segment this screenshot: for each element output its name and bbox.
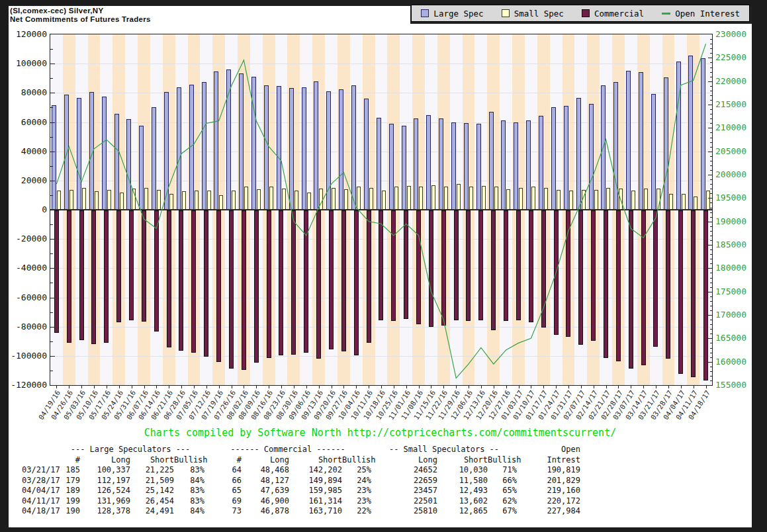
square-swatch-icon — [582, 9, 590, 17]
legend-item-small-spec: Small Spec — [502, 9, 564, 19]
x-axis-tick — [494, 386, 494, 388]
x-axis-tick — [381, 386, 382, 388]
x-axis-tick — [281, 386, 282, 388]
x-axis-tick — [556, 386, 557, 388]
table-cell: 201,829 — [517, 476, 580, 486]
y-axis-label-left: -80000 — [9, 322, 47, 331]
square-swatch-icon — [421, 9, 429, 17]
x-axis-tick — [606, 386, 607, 388]
table-column-header: Bullish — [174, 455, 204, 466]
table-group-header: Open — [517, 445, 580, 455]
table-cell: 12,865 — [437, 506, 488, 517]
table-cell: 219,160 — [517, 486, 580, 496]
x-axis-tick — [543, 386, 544, 388]
table-cell: 48,468 — [242, 465, 289, 476]
x-axis-tick — [668, 386, 669, 388]
x-axis-tick — [194, 386, 195, 388]
y-axis-label-right: 185000 — [715, 240, 762, 249]
table-cell: 64 — [204, 465, 242, 476]
table-cell: 22659 — [371, 476, 437, 486]
table-column-header: Bullish — [342, 455, 371, 466]
table-cell: 149,894 — [289, 476, 342, 486]
table-cell: 220,172 — [517, 496, 580, 507]
x-axis-tick — [107, 386, 107, 388]
y-axis-label-right: 205000 — [715, 147, 762, 155]
table-cell: 128,378 — [80, 506, 130, 517]
legend-item-open-interest: Open Interest — [662, 9, 740, 19]
table-cell: 62% — [488, 496, 517, 507]
table-cell: 24,491 — [130, 506, 174, 517]
table-cell: 227,984 — [517, 506, 580, 517]
table-column-header: Long — [242, 455, 289, 466]
table-cell: 67% — [488, 506, 517, 517]
table-cell: 13,602 — [437, 496, 488, 507]
y-axis-label-left: -20000 — [9, 234, 47, 243]
y-axis-label-left: -40000 — [9, 263, 47, 272]
x-axis-tick — [568, 386, 569, 388]
y-axis-label-right: 170000 — [715, 310, 762, 319]
x-axis-tick — [206, 386, 207, 388]
x-axis-tick — [81, 386, 82, 388]
table-column-header: Short — [437, 455, 488, 466]
table-cell: 23% — [342, 486, 371, 496]
x-axis-tick — [181, 386, 182, 388]
x-axis-tick — [356, 386, 357, 388]
table-cell: 126,524 — [80, 486, 130, 496]
table-cell: 22501 — [371, 496, 437, 507]
table-cell: 66% — [488, 476, 517, 486]
chart-title-line1: (SI,comex-cec) Silver,NY — [10, 7, 151, 15]
table-column-header: Bullish — [488, 455, 517, 466]
y-axis-label-left: 60000 — [9, 118, 47, 126]
y-axis-label-left: 20000 — [9, 176, 47, 185]
table-cell: 199 — [56, 496, 80, 507]
table-cell: 12,493 — [437, 486, 488, 496]
table-group-header: ------ Commercial ------ — [204, 445, 371, 455]
x-axis-tick — [232, 386, 232, 388]
y-axis-label-right: 225000 — [715, 53, 762, 62]
table-cell: 142,202 — [289, 465, 342, 476]
x-axis-tick — [56, 386, 57, 388]
x-axis-tick — [406, 386, 407, 388]
table-group-header: --- Large Speculators --- — [56, 445, 204, 455]
table-group-header — [22, 445, 56, 455]
x-axis-tick — [294, 386, 294, 388]
table-cell: 83% — [174, 496, 204, 507]
x-axis-tick — [256, 386, 257, 388]
table-cell: 131,969 — [80, 496, 130, 507]
table-cell: 65 — [204, 486, 242, 496]
y-axis-label-left: 0 — [9, 205, 47, 214]
table-cell: 21,225 — [130, 465, 174, 476]
x-axis-tick — [269, 386, 269, 388]
table-cell: 47,639 — [242, 486, 289, 496]
x-axis-tick — [706, 386, 707, 388]
table-column-header: # — [56, 455, 80, 466]
table-cell: 84% — [174, 506, 204, 517]
table-cell: 23457 — [371, 486, 437, 496]
y-axis-label-right: 220000 — [715, 77, 762, 85]
x-axis-tick — [119, 386, 120, 388]
x-axis-tick — [343, 386, 344, 388]
x-axis-tick — [643, 386, 644, 388]
x-axis-tick — [319, 386, 320, 388]
x-axis-tick — [394, 386, 394, 388]
table-column-header: Intrest — [517, 455, 580, 466]
y-axis-label-left: -120000 — [9, 380, 47, 389]
x-axis-tick — [481, 386, 482, 388]
y-axis-label-left: 80000 — [9, 88, 47, 97]
x-axis-tick — [169, 386, 169, 388]
x-axis-tick — [332, 386, 332, 388]
legend-label: Commercial — [594, 9, 644, 19]
table-cell: 100,337 — [80, 465, 130, 476]
chart-title: (SI,comex-cec) Silver,NY Net Commitments… — [10, 7, 151, 24]
table-cell: 48,127 — [242, 476, 289, 486]
x-axis-tick — [369, 386, 369, 388]
x-axis-tick — [431, 386, 431, 388]
x-axis-tick — [144, 386, 145, 388]
table-cell: 163,710 — [289, 506, 342, 517]
legend-item-large-spec: Large Spec — [421, 9, 483, 19]
table-cell: 24652 — [371, 465, 437, 476]
x-axis-tick — [94, 386, 95, 388]
y-axis-label-right: 230000 — [715, 30, 762, 38]
square-swatch-icon — [502, 9, 510, 17]
legend-label: Small Spec — [514, 9, 564, 19]
